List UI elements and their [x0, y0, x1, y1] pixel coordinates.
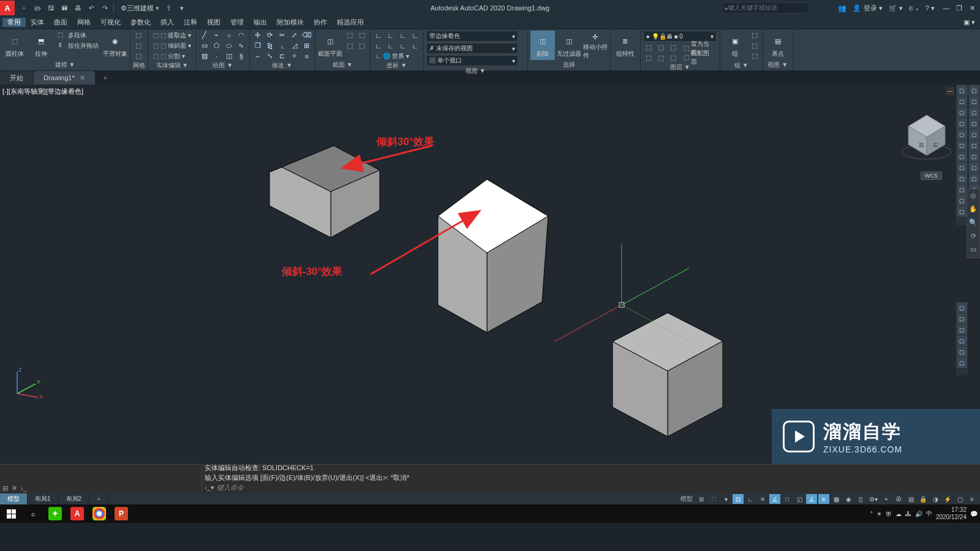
sb-isolate-icon[interactable]: ◑ [930, 494, 941, 504]
draw-point[interactable]: · [211, 51, 222, 61]
sb-workspace-icon[interactable]: ⚙▾ [867, 494, 880, 504]
qat-save-icon[interactable]: 🖫 [45, 2, 56, 13]
help-icon[interactable]: ? ▾ [925, 4, 935, 12]
app-logo[interactable]: A [0, 1, 15, 15]
minimize-button[interactable]: — [941, 4, 952, 12]
search-button[interactable]: ⌕ [22, 504, 44, 523]
ucs-b7[interactable]: ∟ [398, 41, 409, 50]
mod-copy[interactable]: ❐ [252, 41, 263, 50]
rtb2-1[interactable]: ▢ [969, 85, 979, 96]
groupprops-button[interactable]: ≣组特性 [613, 31, 638, 60]
rtb1-5[interactable]: ▢ [957, 129, 967, 140]
mod-offset[interactable]: ⊏ [277, 51, 288, 61]
mesh-b2[interactable]: ⬚ [133, 41, 144, 50]
sec-b4[interactable]: ⬚ [356, 41, 368, 50]
viewport-config-combo[interactable]: ▥ 单个视口▾ [426, 55, 518, 66]
ucs-b3[interactable]: ∟ [398, 31, 409, 40]
rtb2-8[interactable]: ▢ [969, 162, 979, 173]
sb-cleanscreen-icon[interactable]: ▢ [954, 494, 965, 504]
tab-visualize[interactable]: 可视化 [96, 18, 126, 27]
command-input[interactable]: 键入命令 [217, 483, 978, 492]
sb-annomonitor-icon[interactable]: + [881, 494, 892, 504]
tab-output[interactable]: 输出 [249, 18, 272, 27]
smooth-button[interactable]: ◉平滑对象 [103, 31, 127, 60]
sb-annotation-icon[interactable]: ⍰ [855, 494, 866, 504]
draw-ellipse[interactable]: ⬭ [224, 41, 235, 50]
draw-poly[interactable]: ⬠ [211, 41, 222, 50]
tab-layout1[interactable]: 布局1 [28, 493, 59, 504]
panel-coord-label[interactable]: 坐标 ▼ [373, 61, 421, 70]
draw-region[interactable]: ◫ [224, 51, 235, 61]
panel-baseview-label[interactable]: 视图 ▼ [766, 60, 790, 69]
sb-transparency-icon[interactable]: ▦ [831, 494, 842, 504]
rtb1-1[interactable]: ▢ [957, 85, 967, 96]
rtb1-8[interactable]: ▢ [957, 162, 967, 173]
tab-surface[interactable]: 曲面 [49, 18, 72, 27]
rtb1-12[interactable]: ▢ [957, 206, 967, 217]
qat-open-icon[interactable]: 🗁 [32, 2, 43, 13]
command-input-row[interactable]: ›_▾ 键入命令 [205, 483, 978, 492]
rtb1-6[interactable]: ▢ [957, 140, 967, 151]
lay-b1[interactable]: ⬚ [643, 43, 654, 52]
rtb2-7[interactable]: ▢ [969, 151, 979, 162]
rtb1-7[interactable]: ▢ [957, 151, 967, 162]
tray-volume-icon[interactable]: 🔊 [915, 511, 922, 517]
sb-hardware-icon[interactable]: ⚡ [942, 494, 953, 504]
start-button[interactable] [0, 504, 22, 523]
rtb2-9[interactable]: ▢ [969, 173, 979, 184]
tab-manage[interactable]: 管理 [225, 18, 249, 27]
lay-b6[interactable]: ⬚ [668, 53, 679, 62]
tab-collab[interactable]: 协作 [309, 18, 332, 27]
qat-saveas-icon[interactable]: 🖬 [59, 2, 70, 13]
mod-explode[interactable]: ✧ [289, 51, 300, 61]
panel-modify-label[interactable]: 修改 ▼ [252, 61, 312, 70]
sb-custom-icon[interactable]: ≡ [967, 494, 978, 504]
ucs-b2[interactable]: ∟ [385, 31, 396, 40]
mod-chamfer[interactable]: ◿ [289, 41, 300, 50]
group-button[interactable]: ▣组 [723, 31, 747, 60]
qat-plot-icon[interactable]: 🖶 [72, 2, 83, 13]
qat-redo-icon[interactable]: ↷ [99, 2, 110, 13]
visual-style-combo[interactable]: 带边缘着色▾ [426, 31, 518, 42]
mod-mirror[interactable]: ⧎ [265, 41, 276, 50]
mod-move[interactable]: ✢ [252, 31, 263, 40]
tray-ime-icon[interactable]: 中 [926, 509, 932, 518]
tab-parametric[interactable]: 参数化 [126, 18, 156, 27]
file-tab-close-icon[interactable]: ✕ [80, 74, 85, 82]
rtb2-2[interactable]: ▢ [969, 96, 979, 107]
task-app-powerpoint[interactable]: P [110, 504, 132, 523]
base-button[interactable]: ▤基点 [766, 31, 790, 60]
task-app-chrome[interactable] [88, 504, 110, 523]
mesh-b1[interactable]: ⬚ [133, 31, 144, 40]
draw-arc[interactable]: ◠ [236, 31, 247, 40]
ucs-b5[interactable]: ∟ [373, 41, 384, 50]
tab-express[interactable]: 精选应用 [332, 18, 369, 27]
lay-b4[interactable]: ⬚ [643, 53, 654, 62]
sb-qp-icon[interactable]: ▤ [905, 494, 916, 504]
tab-mesh[interactable]: 网格 [72, 18, 96, 27]
draw-hatch[interactable]: ▨ [199, 51, 210, 61]
sec-b1[interactable]: ⬚ [344, 31, 355, 40]
rtb1-10[interactable]: ▢ [957, 184, 967, 195]
mod-rotate[interactable]: ⟳ [265, 31, 276, 40]
sb-lwt-icon[interactable]: ≡ [818, 494, 829, 504]
tab-addins[interactable]: 附加模块 [272, 18, 309, 27]
taper-face-button[interactable]: ⬚ ⬚ 倾斜面 ▾ [151, 41, 194, 50]
file-tab-start[interactable]: 开始 [0, 71, 33, 84]
draw-helix[interactable]: § [236, 51, 247, 61]
login-button[interactable]: 👤 登录 ▾ [853, 4, 882, 13]
ucs-world-combo[interactable]: ∟ 🌐 世界 ▾ [373, 51, 421, 61]
extract-edge-button[interactable]: ⬚ ⬚ 提取边 ▾ [151, 31, 194, 40]
mesh-b3[interactable]: ⬚ [133, 51, 144, 61]
sb-modelspace[interactable]: 模型 [679, 494, 695, 504]
lay-b2[interactable]: ⬚ [655, 43, 666, 52]
infocenter-icon[interactable]: 👥 [838, 4, 846, 12]
rtb2-4[interactable]: ▢ [969, 118, 979, 129]
saved-view-combo[interactable]: ✗ 未保存的视图▾ [426, 43, 518, 54]
nav-zoom-icon[interactable]: 🔍 [968, 219, 978, 228]
rtb1b-1[interactable]: ▢ [957, 302, 967, 313]
polysolid-button[interactable]: ⬚多段体 [55, 31, 101, 40]
rtb1-11[interactable]: ▢ [957, 195, 967, 206]
lay-b5[interactable]: ⬚ [655, 53, 666, 62]
close-button[interactable]: ✕ [967, 4, 978, 12]
